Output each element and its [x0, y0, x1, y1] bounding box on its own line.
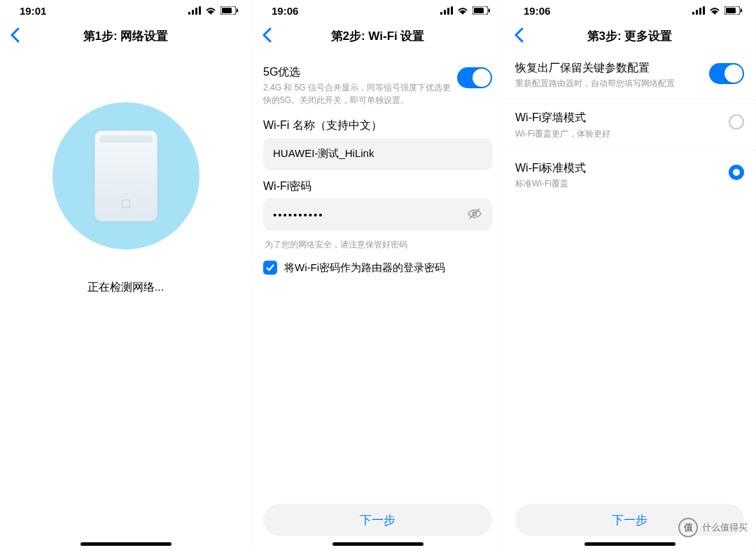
svg-rect-10	[451, 6, 453, 15]
svg-rect-22	[741, 9, 742, 13]
nav-header: 第2步: Wi-Fi 设置	[252, 21, 503, 52]
status-indicators	[188, 6, 239, 15]
svg-rect-21	[726, 8, 736, 13]
password-note: 为了您的网络安全，请注意保管好密码	[265, 239, 492, 251]
opt5g-label: 5G优选	[263, 64, 451, 80]
use-as-login-row[interactable]: 将Wi-Fi密码作为路由器的登录密码	[263, 261, 492, 275]
screen-step2: 19:06 第2步: Wi-Fi 设置 5G优选 2.4G 和 5G 信号合并显…	[252, 0, 504, 550]
svg-rect-8	[444, 10, 446, 15]
next-label: 下一步	[360, 512, 396, 528]
svg-rect-9	[447, 8, 449, 15]
content-area: 正在检测网络...	[0, 52, 251, 550]
status-indicators	[692, 6, 743, 15]
home-indicator[interactable]	[584, 542, 676, 546]
status-bar: 19:06	[252, 0, 503, 21]
detecting-label: 正在检测网络...	[88, 280, 164, 295]
wifi-password-value: ••••••••••	[273, 209, 461, 221]
svg-rect-12	[474, 8, 484, 13]
svg-rect-6	[237, 9, 238, 13]
wifi-icon	[709, 6, 720, 15]
home-indicator[interactable]	[80, 542, 172, 546]
std-mode-sublabel: 标准Wi-Fi覆盖	[515, 177, 723, 190]
status-time: 19:01	[20, 5, 46, 17]
back-button[interactable]	[514, 27, 524, 46]
svg-rect-13	[489, 9, 490, 13]
wifi-name-value: HUAWEI-测试_HiLink	[273, 147, 482, 160]
router-illustration	[52, 102, 200, 249]
wall-mode-sublabel: Wi-Fi覆盖更广，体验更好	[515, 128, 723, 140]
page-title: 第2步: Wi-Fi 设置	[331, 28, 425, 44]
back-button[interactable]	[10, 27, 20, 46]
nav-header: 第3步: 更多设置	[504, 21, 755, 52]
wifi-password-input[interactable]: ••••••••••	[263, 198, 492, 231]
svg-rect-0	[188, 12, 190, 15]
wifi-icon	[457, 6, 468, 15]
use-as-login-label: 将Wi-Fi密码作为路由器的登录密码	[284, 261, 445, 275]
status-indicators	[440, 6, 491, 15]
wall-mode-label: Wi-Fi穿墙模式	[515, 110, 723, 125]
opt5g-toggle[interactable]	[457, 67, 492, 88]
battery-icon	[724, 6, 743, 15]
svg-rect-7	[440, 12, 442, 15]
opt5g-row: 5G优选 2.4G 和 5G 信号合并显示，同等信号强度下优选更快的5G。关闭此…	[263, 59, 492, 115]
wifi-icon	[205, 6, 216, 15]
std-mode-row[interactable]: Wi-Fi标准模式 标准Wi-Fi覆盖	[504, 151, 755, 200]
restore-toggle[interactable]	[709, 63, 744, 84]
back-button[interactable]	[262, 27, 272, 46]
page-title: 第3步: 更多设置	[587, 28, 673, 44]
restore-row: 恢复出厂保留关键参数配置 重新配置路由器时，自动帮您填写网络配置	[504, 52, 755, 100]
watermark-text: 什么值得买	[702, 521, 748, 534]
svg-rect-19	[703, 6, 705, 15]
svg-rect-2	[195, 8, 197, 15]
status-time: 19:06	[272, 5, 298, 17]
std-mode-label: Wi-Fi标准模式	[515, 160, 723, 176]
std-mode-radio[interactable]	[729, 165, 744, 180]
bottom-bar: 下一步	[252, 504, 503, 536]
svg-rect-17	[696, 10, 698, 15]
wifi-name-label: Wi-Fi 名称（支持中文）	[263, 118, 492, 133]
svg-rect-16	[692, 12, 694, 15]
screen-step3: 19:06 第3步: 更多设置 恢复出厂保留关键参数配置 重新配置路由器时，自动…	[504, 0, 756, 550]
status-time: 19:06	[524, 5, 550, 17]
status-bar: 19:01	[0, 0, 251, 21]
svg-rect-3	[199, 6, 201, 15]
svg-rect-18	[699, 8, 701, 15]
restore-sublabel: 重新配置路由器时，自动帮您填写网络配置	[515, 77, 704, 90]
signal-icon	[440, 6, 453, 15]
svg-rect-1	[192, 10, 194, 15]
watermark: 值 什么值得买	[678, 518, 748, 537]
home-indicator[interactable]	[332, 542, 424, 546]
signal-icon	[188, 6, 201, 15]
content-area: 恢复出厂保留关键参数配置 重新配置路由器时，自动帮您填写网络配置 Wi-Fi穿墙…	[504, 52, 755, 550]
battery-icon	[472, 6, 491, 15]
wall-mode-row[interactable]: Wi-Fi穿墙模式 Wi-Fi覆盖更广，体验更好	[504, 100, 755, 150]
content-area: 5G优选 2.4G 和 5G 信号合并显示，同等信号强度下优选更快的5G。关闭此…	[252, 52, 503, 550]
nav-header: 第1步: 网络设置	[0, 21, 251, 52]
screen-step1: 19:01 第1步: 网络设置 正在检测网络...	[0, 0, 252, 550]
next-button[interactable]: 下一步	[263, 504, 492, 536]
wifi-password-label: Wi-Fi密码	[263, 179, 492, 194]
battery-icon	[220, 6, 239, 15]
opt5g-sublabel: 2.4G 和 5G 信号合并显示，同等信号强度下优选更快的5G。关闭此开关，即可…	[263, 81, 451, 106]
checkbox-checked-icon[interactable]	[263, 261, 277, 275]
svg-rect-5	[222, 8, 232, 13]
restore-label: 恢复出厂保留关键参数配置	[515, 60, 704, 76]
signal-icon	[692, 6, 705, 15]
status-bar: 19:06	[504, 0, 755, 21]
wall-mode-radio[interactable]	[729, 114, 744, 130]
router-icon	[94, 130, 158, 221]
next-label: 下一步	[612, 512, 648, 528]
watermark-badge-icon: 值	[678, 518, 698, 537]
eye-off-icon[interactable]	[467, 206, 482, 224]
wifi-name-input[interactable]: HUAWEI-测试_HiLink	[263, 138, 492, 170]
page-title: 第1步: 网络设置	[83, 28, 169, 44]
